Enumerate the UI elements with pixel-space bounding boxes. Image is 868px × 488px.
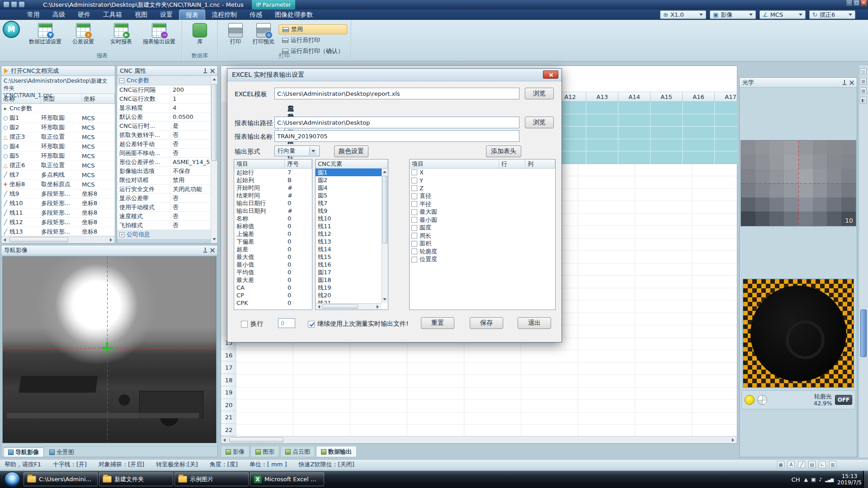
template-input[interactable] xyxy=(274,88,519,99)
grid-hscrollbar[interactable] xyxy=(221,436,737,443)
field-checkbox[interactable] xyxy=(411,209,417,215)
cnc-element-item[interactable]: 圆1 xyxy=(316,169,382,176)
elements-vscrollbar[interactable] xyxy=(382,169,388,303)
cnc-element-item[interactable]: 圆17 xyxy=(316,268,382,276)
cnc-item-row[interactable]: 线11 多段矩形... 坐标8 xyxy=(1,208,115,218)
report-item-row[interactable]: 最小值 0 xyxy=(234,261,312,268)
report-item-row[interactable]: 起始行 7 xyxy=(234,169,312,176)
property-row[interactable]: 抓取失败转手... 否 xyxy=(117,131,212,140)
navigation-tab[interactable]: 导航影像 xyxy=(3,447,44,457)
ribbon-button[interactable]: 公差设置 xyxy=(64,22,102,45)
close-icon[interactable] xyxy=(210,248,215,253)
cnc-item-row[interactable]: Cnc参数 xyxy=(1,104,115,113)
property-value[interactable]: 否 xyxy=(170,149,212,157)
cnc-item-row[interactable]: 线9 多段矩形... 坐标8 xyxy=(1,189,115,199)
field-checkbox[interactable] xyxy=(411,257,417,263)
dock-icon[interactable] xyxy=(860,78,867,84)
cnc-element-item[interactable]: 线20 xyxy=(316,291,382,299)
cnc-element-item[interactable]: 线15 xyxy=(316,253,382,261)
ribbon-tab[interactable]: 工具箱 xyxy=(97,9,128,20)
close-button[interactable]: ✕ xyxy=(860,0,867,6)
cnc-element-item[interactable]: 线10 xyxy=(316,215,382,222)
field-row[interactable]: Z xyxy=(410,184,555,192)
status-item[interactable]: 快速Z软限位：[关闭] xyxy=(299,460,354,469)
cnc-element-item[interactable]: 线12 xyxy=(316,230,382,238)
ribbon-button[interactable]: 打印 xyxy=(222,22,250,45)
report-item-row[interactable]: 下偏差 0 xyxy=(234,238,312,245)
status-tool-icon[interactable] xyxy=(819,461,826,468)
column-header[interactable]: A16 xyxy=(683,92,715,102)
pin-icon[interactable] xyxy=(842,80,847,85)
property-value[interactable]: 禁用 xyxy=(170,176,212,184)
navigation-tab[interactable]: 全景图 xyxy=(45,447,79,457)
taskbar-button[interactable]: Microsoft Excel ... xyxy=(250,472,324,486)
property-value[interactable]: 是 xyxy=(170,122,212,130)
report-item-row[interactable]: CA 0 xyxy=(234,284,312,291)
camera-live-view[interactable] xyxy=(743,279,854,388)
sheet-tab[interactable]: 点云图 xyxy=(280,446,315,457)
cnc-element-item[interactable]: 圆4 xyxy=(316,184,382,192)
cnc-element-item[interactable]: 线16 xyxy=(316,261,382,268)
field-row[interactable]: Y xyxy=(410,177,555,185)
property-row[interactable]: 运行安全文件 关闭此功能 xyxy=(117,185,212,194)
status-item[interactable]: 转至极坐标:[关] xyxy=(156,460,198,469)
cnc-item-row[interactable]: 线13 多段矩形... 坐标8 xyxy=(1,227,115,237)
field-checkbox[interactable] xyxy=(411,169,417,175)
language-indicator[interactable]: CH xyxy=(792,476,800,483)
ribbon-tab[interactable]: 图像处理参数 xyxy=(269,9,319,20)
scroll-thumb[interactable] xyxy=(212,84,217,161)
scroll-right-icon[interactable] xyxy=(108,236,115,244)
property-value[interactable]: 否 xyxy=(170,131,212,139)
field-row[interactable]: 最大圆 xyxy=(410,208,555,216)
light-off-button[interactable]: OFF xyxy=(835,395,852,405)
column-header[interactable]: A15 xyxy=(651,92,683,102)
tray-icon[interactable] xyxy=(825,477,833,483)
field-row[interactable]: 半径 xyxy=(410,200,555,208)
report-item-row[interactable]: 最大值 0 xyxy=(234,253,312,261)
cnc-item-row[interactable]: 圆1 环形取圆 MCS xyxy=(1,113,115,123)
ribbon-button[interactable]: 报表输出设置 xyxy=(140,22,178,45)
print-option-button[interactable]: 禁用 xyxy=(278,24,347,34)
scroll-right-icon[interactable] xyxy=(730,436,737,444)
scroll-up-icon[interactable] xyxy=(382,169,388,176)
ribbon-button[interactable]: 数据过滤设置 xyxy=(26,22,64,45)
field-checkbox[interactable] xyxy=(411,225,417,231)
cnc-item-row[interactable]: 圆4 环形取圆 MCS xyxy=(1,142,115,151)
sheet-tab[interactable]: 图形 xyxy=(250,446,279,457)
field-row[interactable]: X xyxy=(410,169,555,177)
report-item-row[interactable]: 输出日期行 0 xyxy=(234,199,312,207)
sheet-tab[interactable]: 影像 xyxy=(221,446,250,457)
cnc-element-item[interactable]: 线13 xyxy=(316,238,382,245)
save-button[interactable]: 保存 xyxy=(470,317,503,329)
status-item[interactable]: 帮助，请按F1 xyxy=(5,460,41,469)
report-item-row[interactable]: 起始列 B xyxy=(234,176,312,184)
field-checkbox[interactable] xyxy=(411,241,417,247)
field-checkbox[interactable] xyxy=(411,201,417,207)
dock-icon[interactable] xyxy=(860,68,867,75)
property-value[interactable]: 0.0500 xyxy=(170,113,212,120)
view-combo[interactable]: MCS xyxy=(760,10,806,19)
ribbon-button[interactable]: 打印预览 xyxy=(250,22,278,45)
right-scroll-thumb[interactable] xyxy=(860,310,867,357)
status-tool-icon[interactable] xyxy=(788,461,795,468)
property-value[interactable]: 4 xyxy=(170,104,212,111)
format-select[interactable]: 行向量 xyxy=(274,145,320,156)
property-row[interactable]: 超公差转手动 否 xyxy=(117,140,212,149)
row-header[interactable]: 17 xyxy=(221,361,236,374)
cnc-element-item[interactable]: 线7 xyxy=(316,199,382,207)
field-checkbox[interactable] xyxy=(411,178,417,183)
file-panel-hscrollbar[interactable] xyxy=(1,236,115,243)
status-tool-icon[interactable] xyxy=(777,461,784,468)
property-row[interactable]: 使用手动模式 否 xyxy=(117,203,212,212)
exit-button[interactable]: 退出 xyxy=(518,317,551,329)
light-color-icon[interactable] xyxy=(745,395,755,405)
column-header[interactable]: A17 xyxy=(715,92,737,102)
show-desktop-button[interactable] xyxy=(863,471,868,488)
property-value[interactable]: 1 xyxy=(170,95,212,102)
scroll-thumb[interactable] xyxy=(322,304,358,309)
ribbon-button[interactable]: 库 xyxy=(186,22,214,45)
field-row[interactable]: 轮廓度 xyxy=(410,248,555,256)
property-value[interactable]: 否 xyxy=(170,140,212,148)
cnc-element-item[interactable]: 线19 xyxy=(316,284,382,291)
property-row[interactable]: CNC运行时... 是 xyxy=(117,122,212,131)
